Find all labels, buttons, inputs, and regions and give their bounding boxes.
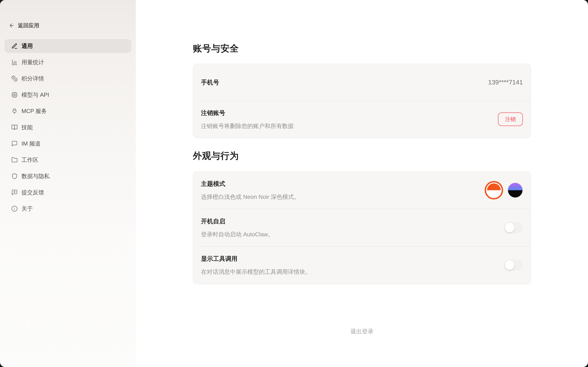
phone-number-row: 手机号 139****7141 [193, 64, 531, 100]
sidebar-item-mcp[interactable]: MCP 服务 [5, 104, 131, 118]
theme-swatches [485, 181, 523, 200]
sidebar-item-models-api[interactable]: 模型与 API [5, 88, 131, 102]
sidebar-item-usage[interactable]: 用量统计 [5, 55, 131, 69]
message-square-icon [11, 141, 18, 147]
logout-button[interactable]: 退出登录 [193, 327, 531, 344]
back-to-app-button[interactable]: 返回应用 [0, 21, 136, 30]
sidebar-item-general[interactable]: 通用 [5, 39, 131, 53]
folder-icon [11, 157, 18, 163]
plug-icon [11, 108, 18, 114]
delete-account-label: 注销账号 [201, 109, 294, 117]
arrow-left-icon [9, 23, 15, 28]
delete-account-button[interactable]: 注销 [498, 112, 523, 126]
section-title-appearance: 外观与行为 [193, 151, 531, 161]
phone-label: 手机号 [201, 78, 219, 86]
back-label: 返回应用 [18, 22, 39, 29]
main-panel: 账号与安全 手机号 139****7141 注销账号 注销账号将删除您的账户和所… [136, 0, 588, 367]
phone-value: 139****7141 [488, 79, 523, 86]
autostart-label: 开机自启 [201, 217, 274, 225]
account-security-card: 手机号 139****7141 注销账号 注销账号将删除您的账户和所有数据 注销 [193, 64, 531, 138]
sidebar-item-im-channels[interactable]: IM 频道 [5, 137, 131, 150]
sidebar: 返回应用 通用 用量统计 积分详情 [0, 0, 136, 367]
dark-theme-swatch[interactable] [507, 183, 523, 198]
show-tool-calls-row: 显示工具调用 在对话消息中展示模型的工具调用详情块。 [193, 247, 531, 284]
message-square-plus-icon [11, 189, 18, 196]
toggle-knob [505, 260, 514, 270]
autostart-toggle[interactable] [504, 222, 523, 233]
section-title-account-security: 账号与安全 [193, 43, 531, 53]
theme-mode-desc: 选择橙白浅色或 Neon Noir 深色模式。 [201, 193, 300, 201]
bar-chart-icon [11, 59, 18, 66]
show-tool-calls-desc: 在对话消息中展示模型的工具调用详情块。 [201, 268, 311, 276]
sidebar-item-privacy[interactable]: 数据与隐私 [5, 169, 131, 183]
settings-window: 返回应用 通用 用量统计 积分详情 [0, 0, 588, 367]
delete-account-row: 注销账号 注销账号将删除您的账户和所有数据 注销 [193, 101, 531, 138]
light-theme-swatch[interactable] [485, 181, 503, 200]
theme-mode-row: 主题模式 选择橙白浅色或 Neon Noir 深色模式。 [193, 172, 531, 209]
sidebar-nav: 通用 用量统计 积分详情 模型与 API [0, 39, 136, 216]
book-open-icon [11, 124, 18, 131]
coins-icon [11, 75, 18, 82]
light-theme-preview [487, 184, 501, 197]
theme-mode-label: 主题模式 [201, 180, 300, 188]
appearance-card: 主题模式 选择橙白浅色或 Neon Noir 深色模式。 开机自启 登录时自动启… [193, 171, 531, 284]
shield-icon [11, 173, 18, 179]
show-tool-calls-toggle[interactable] [504, 260, 523, 271]
autostart-row: 开机自启 登录时自动启动 AutoClaw。 [193, 209, 531, 246]
delete-account-desc: 注销账号将删除您的账户和所有数据 [201, 122, 294, 130]
cpu-icon [11, 92, 18, 98]
autostart-desc: 登录时自动启动 AutoClaw。 [201, 231, 274, 238]
sidebar-item-feedback[interactable]: 提交反馈 [5, 185, 131, 199]
toggle-knob [505, 223, 514, 233]
sidebar-item-skills[interactable]: 技能 [5, 120, 131, 134]
info-icon [11, 206, 18, 212]
pen-icon [11, 43, 18, 49]
show-tool-calls-label: 显示工具调用 [201, 255, 311, 263]
sidebar-item-workspace[interactable]: 工作区 [5, 153, 131, 167]
sidebar-item-about[interactable]: 关于 [5, 202, 131, 216]
sidebar-item-credits[interactable]: 积分详情 [5, 72, 131, 85]
